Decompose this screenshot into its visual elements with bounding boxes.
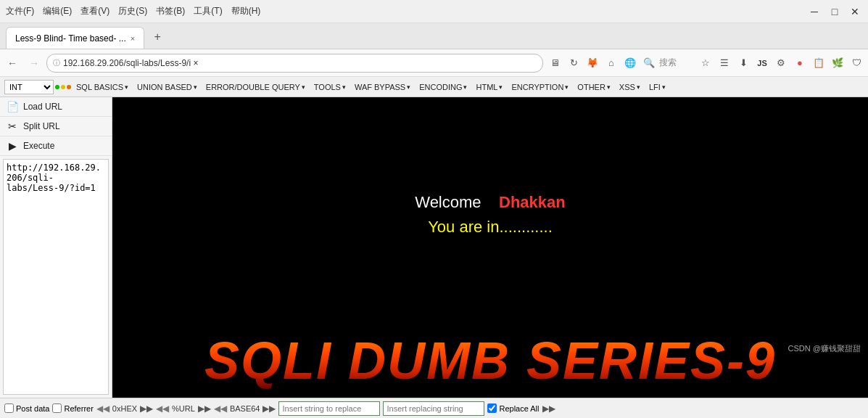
search-icon: 🔍 bbox=[640, 54, 658, 72]
menu-edit[interactable]: 编辑(E) bbox=[43, 5, 72, 17]
security-icon: ⓘ bbox=[53, 58, 60, 68]
split-url-icon: ✂ bbox=[6, 120, 19, 133]
url-input[interactable]: http://192.168.29.206/sqli-labs/Less-9/?… bbox=[3, 159, 109, 395]
js-badge: JS bbox=[753, 54, 771, 72]
firefox-icon: 🦊 bbox=[584, 54, 601, 72]
html-menu[interactable]: HTML▾ bbox=[472, 81, 506, 93]
hackbar-sidebar: 📄 Load URL ✂ Split URL ▶ Execute http://… bbox=[0, 97, 112, 398]
base64-left-arrow: ◀◀ bbox=[214, 403, 227, 414]
titlebar: 文件(F) 编辑(E) 查看(V) 历史(S) 书签(B) 工具(T) 帮助(H… bbox=[0, 0, 868, 23]
encoding-menu[interactable]: ENCODING▾ bbox=[416, 81, 471, 93]
encryption-menu[interactable]: ENCRYPTION▾ bbox=[508, 81, 572, 93]
reader-icon[interactable]: ☰ bbox=[716, 54, 733, 72]
error-double-query-menu[interactable]: ERROR/DOUBLE QUERY▾ bbox=[202, 81, 309, 93]
watermark: CSDN @赚钱聚甜甜 bbox=[788, 343, 861, 354]
welcome-line: Welcome Dhakkan bbox=[415, 193, 565, 212]
load-url-button[interactable]: 📄 Load URL bbox=[0, 97, 112, 117]
status-dots bbox=[55, 85, 71, 89]
extension-icon1[interactable]: ⚙ bbox=[772, 54, 790, 72]
tab-close-button[interactable]: × bbox=[131, 34, 135, 43]
share-icon[interactable]: ● bbox=[791, 54, 809, 72]
search-placeholder[interactable]: 搜索 bbox=[659, 57, 695, 69]
hackbar-bottom-toolbar: Post data Referrer ◀◀ 0xHEX ▶▶ ◀◀ %URL ▶… bbox=[0, 398, 868, 418]
orange-dot bbox=[67, 85, 71, 89]
address-bar: ← → ⓘ 192.168.29.206/sqli-labs/Less-9/i … bbox=[0, 49, 868, 77]
union-based-menu[interactable]: UNION BASED▾ bbox=[133, 81, 201, 93]
referrer-check[interactable] bbox=[52, 403, 62, 413]
waf-bypass-menu[interactable]: WAF BYPASS▾ bbox=[351, 81, 414, 93]
base64-right-arrow: ▶▶ bbox=[263, 403, 276, 414]
new-tab-button[interactable]: + bbox=[147, 27, 168, 47]
url-bar[interactable]: ⓘ 192.168.29.206/sqli-labs/Less-9/i × bbox=[46, 54, 543, 73]
refresh-button[interactable]: ↻ bbox=[565, 54, 582, 72]
split-url-button[interactable]: ✂ Split URL bbox=[0, 117, 112, 136]
replace-all-checkbox[interactable]: Replace All bbox=[487, 403, 539, 413]
green-dot bbox=[55, 85, 59, 89]
menu-bar: 文件(F) 编辑(E) 查看(V) 历史(S) 书签(B) 工具(T) 帮助(H… bbox=[6, 5, 807, 17]
globe-icon: 🌐 bbox=[621, 54, 639, 72]
post-data-label: Post data bbox=[16, 404, 49, 413]
active-tab[interactable]: Less-9 Blind- Time based- ... × bbox=[6, 27, 144, 49]
replace-all-label: Replace All bbox=[499, 404, 539, 413]
execute-icon: ▶ bbox=[6, 139, 19, 152]
base64-label: BASE64 bbox=[230, 404, 260, 413]
replace-right-arrow: ▶▶ bbox=[542, 403, 555, 414]
execute-label: Execute bbox=[23, 141, 54, 151]
yellow-dot bbox=[61, 85, 65, 89]
tab-title: Less-9 Blind- Time based- ... bbox=[15, 33, 126, 44]
execute-button[interactable]: ▶ Execute bbox=[0, 136, 112, 156]
main-content: Welcome Dhakkan You are in............ S… bbox=[112, 97, 868, 398]
load-url-label: Load URL bbox=[23, 102, 62, 112]
post-data-check[interactable] bbox=[4, 403, 14, 413]
addrbar-icons: 🖥 ↻ 🦊 ⌂ 🌐 🔍 搜索 ☆ ☰ ⬇ JS ⚙ ● 📋 🌿 🛡 bbox=[546, 54, 865, 72]
split-url-label: Split URL bbox=[23, 121, 60, 131]
referrer-checkbox[interactable]: Referrer bbox=[52, 403, 93, 413]
lfi-menu[interactable]: LFI▾ bbox=[645, 81, 669, 93]
maximize-button[interactable]: □ bbox=[827, 4, 842, 19]
monitor-icon[interactable]: 🖥 bbox=[546, 54, 563, 72]
hex-label: 0xHEX bbox=[112, 404, 137, 413]
insert-replace-input[interactable] bbox=[278, 401, 380, 416]
url-display: 192.168.29.206/sqli-labs/Less-9/i × bbox=[63, 58, 537, 68]
menu-tools[interactable]: 工具(T) bbox=[194, 5, 222, 17]
int-select[interactable]: INT STRING bbox=[4, 80, 54, 94]
tab-bar: Less-9 Blind- Time based- ... × + bbox=[0, 23, 868, 49]
window-controls: ─ □ ✕ bbox=[807, 4, 862, 19]
url-right-arrow: ▶▶ bbox=[198, 403, 211, 414]
back-button[interactable]: ← bbox=[3, 54, 22, 73]
post-data-checkbox[interactable]: Post data bbox=[4, 403, 49, 413]
menu-history[interactable]: 历史(S) bbox=[118, 5, 147, 17]
load-url-icon: 📄 bbox=[6, 100, 19, 113]
sqli-title: SQLI DUMB SERIES-9 bbox=[204, 331, 776, 390]
hex-left-arrow: ◀◀ bbox=[96, 403, 109, 414]
you-are-in-text: You are in............ bbox=[415, 218, 565, 237]
sql-basics-menu[interactable]: SQL BASICS▾ bbox=[73, 81, 132, 93]
tools-menu[interactable]: TOOLS▾ bbox=[310, 81, 350, 93]
shield-icon: 🛡 bbox=[848, 54, 865, 72]
home-button[interactable]: ⌂ bbox=[603, 54, 620, 72]
menu-bookmarks[interactable]: 书签(B) bbox=[156, 5, 185, 17]
referrer-label: Referrer bbox=[64, 404, 93, 413]
welcome-label: Welcome bbox=[415, 193, 481, 211]
other-menu[interactable]: OTHER▾ bbox=[574, 81, 614, 93]
hex-right-arrow: ▶▶ bbox=[140, 403, 153, 414]
menu-view[interactable]: 查看(V) bbox=[80, 5, 109, 17]
menu-help[interactable]: 帮助(H) bbox=[231, 5, 261, 17]
addon-icon2[interactable]: 🌿 bbox=[829, 54, 846, 72]
addon-icon1[interactable]: 📋 bbox=[810, 54, 827, 72]
replace-all-check[interactable] bbox=[487, 403, 497, 413]
download-icon[interactable]: ⬇ bbox=[735, 54, 752, 72]
close-button[interactable]: ✕ bbox=[848, 4, 862, 19]
url-label: %URL bbox=[172, 404, 195, 413]
insert-replacing-input[interactable] bbox=[383, 401, 484, 416]
url-left-arrow: ◀◀ bbox=[156, 403, 169, 414]
plugin-toolbar: INT STRING SQL BASICS▾ UNION BASED▾ ERRO… bbox=[0, 77, 868, 97]
username-display: Dhakkan bbox=[499, 193, 566, 211]
forward-button[interactable]: → bbox=[25, 54, 44, 73]
bookmark-icon[interactable]: ☆ bbox=[697, 54, 714, 72]
minimize-button[interactable]: ─ bbox=[807, 4, 822, 19]
xss-menu[interactable]: XSS▾ bbox=[616, 81, 644, 93]
menu-file[interactable]: 文件(F) bbox=[6, 5, 34, 17]
